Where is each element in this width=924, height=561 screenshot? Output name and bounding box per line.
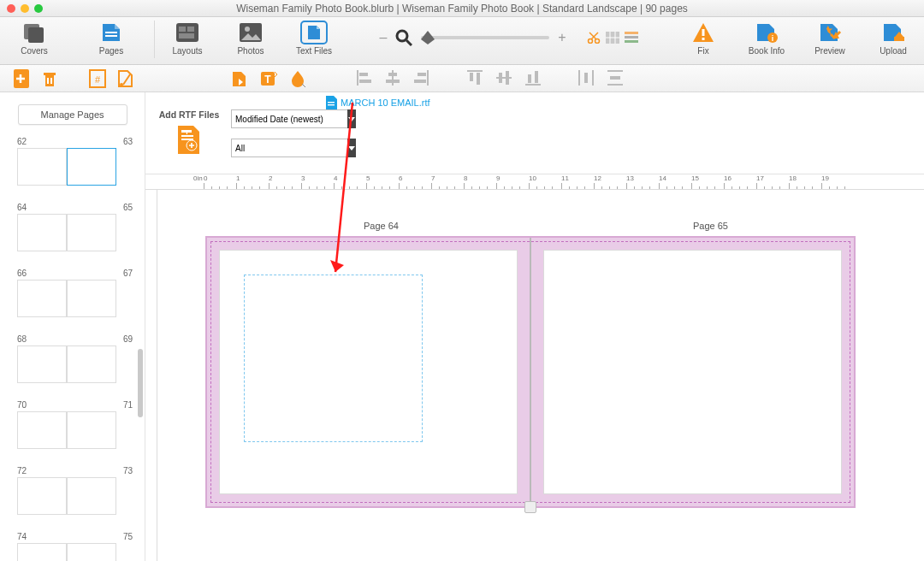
- zoom-in-icon[interactable]: +: [558, 30, 566, 45]
- chevron-down-icon[interactable]: [347, 109, 356, 128]
- sub-toolbar: # T: [0, 65, 924, 92]
- gutter-handle-icon[interactable]: [524, 501, 536, 513]
- photos-button[interactable]: Photos: [227, 21, 275, 62]
- bookinfo-button[interactable]: i Book Info: [743, 21, 791, 62]
- align-right-icon[interactable]: [414, 70, 431, 87]
- manage-pages-button[interactable]: Manage Pages: [18, 104, 127, 125]
- svg-line-11: [406, 40, 412, 45]
- page-number-icon[interactable]: #: [89, 69, 108, 88]
- rtf-file-item[interactable]: MARCH 10 EMAIL.rtf: [325, 96, 430, 109]
- layouts-label: Layouts: [172, 46, 202, 56]
- chevron-down-icon[interactable]: [347, 139, 356, 157]
- page-num: 65: [123, 203, 133, 212]
- left-page-label: Page 64: [364, 221, 399, 231]
- text-files-icon-box: [300, 21, 328, 44]
- ruler-tick: 4: [334, 174, 337, 182]
- window-titlebar: Wiseman Family Photo Book.blurb | Wisema…: [0, 0, 924, 17]
- ruler-tick: 10: [529, 174, 536, 182]
- zoom-thumb[interactable]: [421, 31, 435, 44]
- svg-rect-42: [418, 73, 426, 76]
- page-spread[interactable]: [205, 236, 856, 508]
- window-minimize-button[interactable]: [21, 4, 29, 13]
- page-thumb[interactable]: [67, 280, 116, 317]
- page-thumb[interactable]: [17, 411, 67, 449]
- align-top-icon[interactable]: [467, 70, 484, 87]
- text-style-icon[interactable]: T: [260, 70, 277, 87]
- distribute-v-icon[interactable]: [607, 70, 625, 87]
- layouts-button[interactable]: Layouts: [163, 21, 211, 62]
- sort-value[interactable]: [231, 109, 347, 128]
- text-files-button[interactable]: Text Files: [290, 21, 338, 62]
- page-thumb[interactable]: [67, 214, 116, 251]
- bookinfo-label: Book Info: [749, 46, 785, 56]
- main-toolbar: Covers Pages Layouts Photos Text Files –…: [0, 17, 924, 65]
- thumb-row[interactable]: 6667: [17, 269, 133, 317]
- svg-rect-3: [105, 35, 117, 37]
- color-drop-icon[interactable]: [289, 70, 306, 87]
- filter-select[interactable]: [231, 139, 317, 157]
- svg-text:T: T: [185, 128, 189, 136]
- thumb-row[interactable]: 6869: [17, 334, 133, 383]
- page-num: 72: [17, 466, 27, 475]
- thumb-row[interactable]: 7071: [17, 400, 133, 449]
- page-thumb[interactable]: [67, 345, 116, 383]
- svg-point-32: [120, 83, 123, 86]
- delete-page-icon[interactable]: [41, 69, 60, 88]
- fix-label: Fix: [697, 46, 708, 56]
- filter-value[interactable]: [231, 139, 347, 157]
- align-left-icon[interactable]: [356, 70, 373, 87]
- sidebar-scrollbar[interactable]: [138, 349, 143, 417]
- grid3-icon[interactable]: [606, 32, 619, 44]
- fix-button[interactable]: Fix: [679, 21, 727, 62]
- svg-rect-65: [328, 104, 335, 105]
- page-thumb[interactable]: [17, 280, 67, 317]
- page-thumbnails[interactable]: 6263646566676869707172737475: [0, 133, 145, 561]
- page-num: 62: [17, 137, 27, 146]
- page-thumb[interactable]: [17, 214, 67, 251]
- align-vcenter-icon[interactable]: [496, 70, 513, 87]
- svg-rect-50: [525, 84, 541, 86]
- distribute-h-icon[interactable]: [578, 70, 595, 87]
- zoom-slider[interactable]: [421, 36, 549, 39]
- preview-button[interactable]: Preview: [806, 21, 854, 62]
- new-page-icon[interactable]: [14, 69, 33, 88]
- bars-icon[interactable]: [625, 32, 638, 44]
- page-num: 64: [17, 203, 27, 212]
- vertical-ruler: [145, 190, 157, 561]
- text-drop-zone[interactable]: [244, 275, 423, 442]
- left-page[interactable]: [219, 250, 518, 494]
- thumb-row[interactable]: 6263: [17, 137, 133, 186]
- ruler-tick: 11: [561, 174, 569, 182]
- zoom-control[interactable]: – +: [338, 29, 679, 46]
- thumb-row[interactable]: 7273: [17, 466, 133, 515]
- cut-icon[interactable]: [587, 32, 601, 44]
- window-close-button[interactable]: [7, 4, 15, 13]
- add-rtf-button[interactable]: T: [176, 125, 202, 156]
- covers-tab[interactable]: Covers: [10, 21, 58, 62]
- page-thumb[interactable]: [17, 148, 67, 186]
- upload-button[interactable]: Upload: [869, 21, 917, 62]
- window-zoom-button[interactable]: [34, 4, 43, 13]
- align-bottom-icon[interactable]: [525, 70, 542, 87]
- svg-rect-57: [610, 76, 620, 80]
- page-thumb[interactable]: [67, 148, 116, 186]
- ruler-tick: 9: [496, 174, 500, 182]
- import-doc-icon[interactable]: [231, 70, 248, 87]
- thumb-row[interactable]: 6465: [17, 203, 133, 251]
- page-thumb[interactable]: [67, 411, 116, 449]
- page-thumb[interactable]: [67, 477, 116, 515]
- pages-tab[interactable]: Pages: [87, 21, 135, 62]
- sort-select[interactable]: [231, 109, 317, 128]
- page-thumb[interactable]: [17, 543, 67, 561]
- add-rtf-label: Add RTF Files: [159, 109, 220, 120]
- svg-rect-45: [470, 73, 473, 81]
- align-hcenter-icon[interactable]: [385, 70, 402, 87]
- page-thumb[interactable]: [67, 543, 116, 561]
- zoom-out-icon[interactable]: –: [379, 30, 387, 45]
- thumb-row[interactable]: 7475: [17, 532, 133, 561]
- right-page[interactable]: [543, 250, 842, 494]
- page-style-icon[interactable]: [116, 69, 135, 88]
- page-thumb[interactable]: [17, 345, 67, 383]
- page-thumb[interactable]: [17, 477, 67, 515]
- window-title: Wiseman Family Photo Book.blurb | Wisema…: [0, 3, 924, 15]
